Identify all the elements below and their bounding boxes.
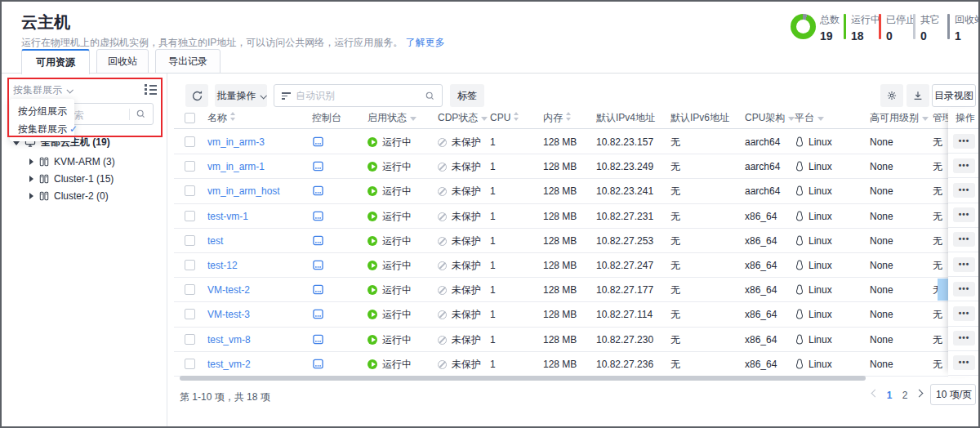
learn-more-link[interactable]: 了解更多 bbox=[406, 37, 445, 48]
next-page-icon[interactable] bbox=[915, 390, 924, 398]
tree-item-cluster-1[interactable]: Cluster-1 (15) bbox=[29, 171, 114, 187]
console-icon[interactable] bbox=[313, 161, 323, 172]
row-actions-button[interactable]: ••• bbox=[953, 331, 975, 346]
row-checkbox[interactable] bbox=[185, 136, 195, 147]
row-checkbox[interactable] bbox=[185, 260, 195, 270]
expand-arrow-icon[interactable] bbox=[13, 141, 20, 145]
collapse-arrow-icon[interactable] bbox=[29, 176, 33, 182]
sort-icon[interactable] bbox=[514, 112, 519, 121]
console-cell[interactable] bbox=[313, 130, 323, 154]
filter-icon[interactable] bbox=[817, 117, 824, 121]
console-cell[interactable] bbox=[313, 204, 323, 229]
tab-recycle-bin[interactable]: 回收站 bbox=[96, 49, 149, 74]
console-icon[interactable] bbox=[313, 284, 323, 295]
vm-name-link[interactable]: VM-test-3 bbox=[207, 309, 250, 320]
row-checkbox[interactable] bbox=[185, 185, 195, 196]
console-icon[interactable] bbox=[313, 235, 323, 246]
vm-name-link[interactable]: test-vm-1 bbox=[207, 211, 248, 222]
tree-item-kvm-arm[interactable]: KVM-ARM (3) bbox=[29, 154, 115, 170]
filter-icon[interactable] bbox=[410, 117, 416, 121]
console-icon[interactable] bbox=[313, 334, 323, 345]
row-actions-button[interactable]: ••• bbox=[953, 232, 975, 247]
column-header-platform[interactable]: 平台 bbox=[795, 109, 824, 129]
menu-item-by-cluster[interactable]: 按集群展示✓ bbox=[10, 120, 74, 138]
power-state-text: 运行中 bbox=[382, 211, 412, 222]
console-cell[interactable] bbox=[313, 328, 323, 352]
console-icon[interactable] bbox=[313, 211, 323, 221]
console-icon[interactable] bbox=[313, 260, 323, 270]
column-header-name[interactable]: 名称 bbox=[207, 109, 236, 129]
page-size-select[interactable]: 10 项/页 bbox=[930, 384, 976, 405]
row-checkbox[interactable] bbox=[185, 309, 195, 319]
row-checkbox[interactable] bbox=[185, 334, 195, 345]
row-actions-button[interactable]: ••• bbox=[953, 257, 975, 272]
sort-icon[interactable] bbox=[230, 112, 236, 121]
collapse-arrow-icon[interactable] bbox=[29, 193, 33, 199]
console-cell[interactable] bbox=[313, 179, 323, 203]
console-icon[interactable] bbox=[313, 359, 323, 369]
row-checkbox[interactable] bbox=[185, 359, 195, 369]
select-all-checkbox[interactable] bbox=[185, 113, 195, 123]
console-cell[interactable] bbox=[313, 352, 323, 377]
search-icon[interactable] bbox=[425, 91, 435, 101]
page-button-1[interactable]: 1 bbox=[882, 387, 897, 403]
refresh-button[interactable] bbox=[185, 84, 208, 107]
column-header-cpu-arch[interactable]: CPU架构 bbox=[745, 109, 795, 129]
platform-text: Linux bbox=[808, 211, 832, 222]
row-actions-button[interactable]: ••• bbox=[953, 306, 975, 321]
console-cell[interactable] bbox=[313, 229, 323, 253]
page-button-2[interactable]: 2 bbox=[898, 387, 912, 403]
console-icon[interactable] bbox=[313, 136, 323, 147]
bulk-actions-button[interactable]: 批量操作 bbox=[215, 84, 267, 107]
row-actions-button[interactable]: ••• bbox=[953, 158, 975, 173]
column-header-cdp-state[interactable]: CDP状态 bbox=[438, 109, 488, 129]
column-header-ha-level[interactable]: 高可用级别 bbox=[870, 109, 929, 129]
tree-item-cluster-2[interactable]: Cluster-2 (0) bbox=[29, 188, 109, 204]
column-header-power-state[interactable]: 启用状态 bbox=[368, 109, 416, 129]
row-actions-button[interactable]: ••• bbox=[953, 355, 975, 370]
tree-list-icon[interactable] bbox=[145, 84, 157, 95]
export-button[interactable] bbox=[906, 84, 929, 107]
directory-view-button[interactable]: 目录视图 bbox=[932, 84, 976, 107]
stat-running-value: 18 bbox=[851, 29, 880, 42]
vm-name-link[interactable]: vm_in_arm-3 bbox=[207, 136, 265, 148]
vm-name-link[interactable]: VM-test-2 bbox=[207, 284, 250, 296]
platform-cell: Linux bbox=[795, 352, 832, 377]
column-header-memory[interactable]: 内存 bbox=[543, 109, 572, 129]
vm-name-link[interactable]: test_vm-2 bbox=[207, 359, 251, 370]
column-header-ipv4: 默认IPv4地址 bbox=[596, 109, 655, 129]
menu-item-by-group[interactable]: 按分组展示 bbox=[10, 102, 74, 120]
tag-button[interactable]: 标签 bbox=[450, 84, 484, 107]
tab-available-resources[interactable]: 可用资源 bbox=[21, 49, 90, 74]
collapse-arrow-icon[interactable] bbox=[29, 158, 33, 165]
table-search-input[interactable] bbox=[296, 86, 418, 105]
row-actions-button[interactable]: ••• bbox=[953, 282, 975, 296]
vm-name-link[interactable]: test bbox=[207, 235, 223, 247]
vm-name-link[interactable]: test_vm-8 bbox=[207, 334, 251, 346]
column-header-cpu[interactable]: CPU bbox=[490, 109, 519, 129]
console-cell[interactable] bbox=[313, 302, 323, 327]
tab-export-records[interactable]: 导出记录 bbox=[155, 49, 220, 74]
console-cell[interactable] bbox=[313, 253, 323, 278]
row-checkbox[interactable] bbox=[185, 161, 195, 172]
horizontal-scrollbar[interactable] bbox=[180, 376, 866, 381]
console-icon[interactable] bbox=[313, 185, 323, 196]
vm-name-link[interactable]: vm_in_arm_host bbox=[207, 185, 280, 197]
vm-name-link[interactable]: test-12 bbox=[207, 260, 238, 271]
row-actions-button[interactable]: ••• bbox=[953, 134, 975, 149]
row-actions-button[interactable]: ••• bbox=[953, 183, 975, 198]
settings-button[interactable] bbox=[880, 84, 903, 107]
row-checkbox[interactable] bbox=[185, 235, 195, 246]
row-checkbox[interactable] bbox=[185, 284, 195, 295]
sort-icon[interactable] bbox=[566, 112, 572, 121]
row-actions-button[interactable]: ••• bbox=[953, 207, 975, 222]
vm-name-link[interactable]: vm_in_arm-1 bbox=[207, 161, 265, 172]
tree-view-mode-select[interactable]: 按集群展示 bbox=[13, 83, 72, 97]
filter-icon[interactable] bbox=[481, 117, 488, 121]
prev-page-icon[interactable] bbox=[871, 390, 880, 398]
console-cell[interactable] bbox=[313, 278, 323, 302]
row-checkbox[interactable] bbox=[185, 211, 195, 221]
cdp-state-cell: 未保护 bbox=[438, 204, 481, 229]
console-cell[interactable] bbox=[313, 154, 323, 179]
console-icon[interactable] bbox=[313, 309, 323, 319]
